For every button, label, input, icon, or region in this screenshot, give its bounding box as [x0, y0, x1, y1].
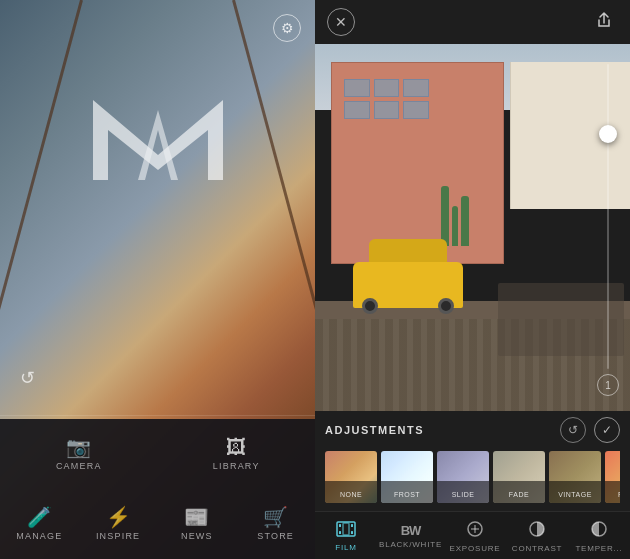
gear-icon: ⚙: [281, 20, 294, 36]
library-icon: 🖼: [226, 437, 246, 457]
tool-temperature[interactable]: TEMPER...: [568, 516, 630, 557]
library-label: LIBRARY: [213, 461, 260, 471]
adjustments-title: ADJUSTMENTS: [325, 424, 424, 436]
news-icon: 📰: [184, 507, 209, 527]
filter-label-bar: FROST: [381, 481, 433, 503]
adjustment-actions: ↺ ✓: [560, 417, 620, 443]
camera-label: CAMERA: [56, 461, 102, 471]
adjustments-header: ADJUSTMENTS ↺ ✓: [325, 417, 620, 443]
svg-rect-3: [339, 524, 341, 527]
tool-film[interactable]: FILM: [315, 516, 377, 557]
svg-rect-5: [351, 524, 353, 527]
svg-rect-4: [339, 531, 341, 534]
building-windows: [344, 79, 430, 119]
close-button[interactable]: ✕: [327, 8, 355, 36]
slider-value: 1: [597, 374, 619, 396]
filter-fade[interactable]: FADE: [493, 451, 545, 503]
check-icon: ✓: [602, 423, 612, 437]
photo-scene: [315, 44, 630, 411]
right-top-bar: ✕: [315, 0, 630, 44]
sidebar-item-camera[interactable]: 📷 CAMERA: [0, 419, 158, 489]
adjustments-undo-button[interactable]: ↺: [560, 417, 586, 443]
share-button[interactable]: [590, 8, 618, 36]
bottom-tools: FILM BW BLACK/WHITE EXPOSURE: [315, 511, 630, 559]
camera-icon: 📷: [66, 437, 91, 457]
temperature-icon: [590, 520, 608, 541]
filter-label-bar: FADE: [493, 481, 545, 503]
undo-button[interactable]: ↺: [20, 367, 35, 389]
sidebar-item-library[interactable]: 🖼 LIBRARY: [158, 419, 316, 489]
right-panel: ✕: [315, 0, 630, 559]
store-label: STORE: [257, 531, 294, 541]
window: [374, 79, 400, 97]
divider: [0, 415, 315, 416]
undo-icon: ↺: [568, 423, 578, 437]
filter-label-bar: VINTAGE: [549, 481, 601, 503]
brightness-slider[interactable]: 1: [594, 59, 622, 396]
filter-label: FADE: [509, 491, 529, 498]
sidebar-item-store[interactable]: 🛒 STORE: [236, 489, 315, 559]
adjustments-confirm-button[interactable]: ✓: [594, 417, 620, 443]
film-icon: [336, 521, 356, 540]
sidebar-item-news[interactable]: 📰 NEWS: [158, 489, 237, 559]
temperature-label: TEMPER...: [575, 544, 622, 553]
contrast-icon: [528, 520, 546, 541]
filter-frost[interactable]: FROST: [381, 451, 433, 503]
filter-label: SLIDE: [452, 491, 475, 498]
cactus-mid: [461, 196, 469, 246]
filter-label: FUNKY: [618, 491, 620, 498]
filter-strip: NONE FROST SLIDE FADE: [325, 451, 620, 507]
car-wheel-left: [362, 298, 378, 314]
cactus-tall: [441, 186, 449, 246]
undo-icon: ↺: [20, 368, 35, 388]
nav-row-bottom: 🧪 MANAGE ⚡ INSPIRE 📰 NEWS 🛒 STORE: [0, 489, 315, 559]
slider-track: [607, 64, 609, 369]
exposure-label: EXPOSURE: [450, 544, 501, 553]
filter-none[interactable]: NONE: [325, 451, 377, 503]
share-icon: [595, 11, 613, 33]
settings-button[interactable]: ⚙: [273, 14, 301, 42]
exposure-icon: [466, 520, 484, 541]
tool-bw[interactable]: BW BLACK/WHITE: [377, 516, 444, 557]
inspire-icon: ⚡: [106, 507, 131, 527]
manage-icon: 🧪: [27, 507, 52, 527]
film-label: FILM: [335, 543, 356, 552]
left-panel: ⚙ ↺ 📷 CAMERA 🖼 LIBRARY 🧪 MANAGE ⚡ INSPIR…: [0, 0, 315, 559]
filter-label-bar: SLIDE: [437, 481, 489, 503]
news-label: NEWS: [181, 531, 213, 541]
filter-vintage[interactable]: VINTAGE: [549, 451, 601, 503]
svg-rect-7: [343, 523, 349, 535]
cactus-area: [441, 136, 498, 246]
inspire-label: INSPIRE: [96, 531, 140, 541]
image-area: 1: [315, 44, 630, 411]
filter-label-bar: NONE: [325, 481, 377, 503]
window: [344, 79, 370, 97]
yellow-car: [353, 242, 463, 308]
contrast-label: CONTRAST: [512, 544, 562, 553]
filter-label-bar: FUNKY: [605, 481, 620, 503]
filter-slide[interactable]: SLIDE: [437, 451, 489, 503]
tool-exposure[interactable]: EXPOSURE: [444, 516, 506, 557]
tool-contrast[interactable]: CONTRAST: [506, 516, 568, 557]
window: [344, 101, 370, 119]
window: [403, 79, 429, 97]
app-logo: [83, 80, 233, 200]
filter-label: VINTAGE: [558, 491, 592, 498]
filter-label: FROST: [394, 491, 420, 498]
manage-label: MANAGE: [16, 531, 62, 541]
bw-label: BLACK/WHITE: [379, 540, 442, 549]
window: [403, 101, 429, 119]
close-icon: ✕: [335, 14, 347, 30]
filter-funky[interactable]: FUNKY: [605, 451, 620, 503]
sidebar-item-inspire[interactable]: ⚡ INSPIRE: [79, 489, 158, 559]
left-bottom-nav: 📷 CAMERA 🖼 LIBRARY 🧪 MANAGE ⚡ INSPIRE 📰 …: [0, 419, 315, 559]
sidebar-item-manage[interactable]: 🧪 MANAGE: [0, 489, 79, 559]
filter-label: NONE: [340, 491, 362, 498]
store-icon: 🛒: [263, 507, 288, 527]
bw-icon: BW: [401, 524, 421, 537]
svg-rect-6: [351, 531, 353, 534]
adjustments-section: ADJUSTMENTS ↺ ✓ NONE FROST: [315, 411, 630, 511]
nav-row-top: 📷 CAMERA 🖼 LIBRARY: [0, 419, 315, 489]
window: [374, 101, 400, 119]
slider-thumb[interactable]: [599, 125, 617, 143]
